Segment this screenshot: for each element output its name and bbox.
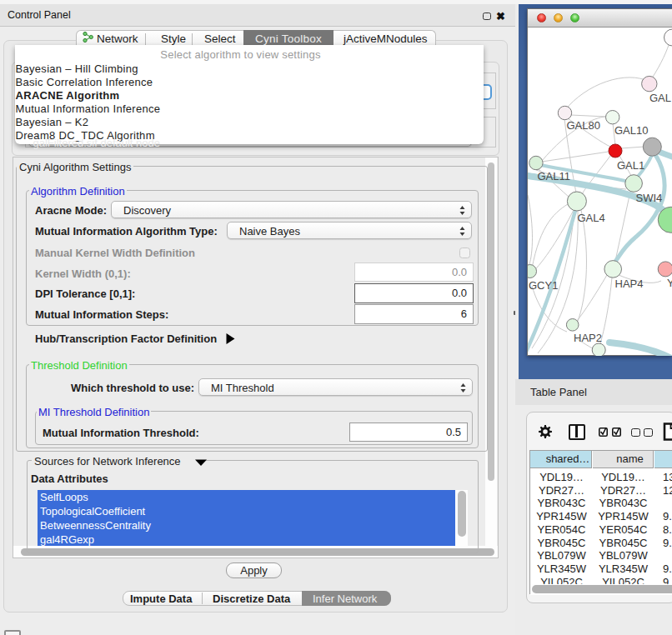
svg-text:GAL11: GAL11: [538, 170, 571, 182]
svg-text:HAP4: HAP4: [615, 278, 644, 290]
svg-text:GAL: GAL: [649, 92, 671, 104]
svg-text:GCY1: GCY1: [529, 279, 558, 292]
svg-text:GAL1: GAL1: [617, 159, 644, 172]
svg-text:GAL10: GAL10: [614, 124, 648, 137]
svg-text:HAP2: HAP2: [574, 332, 602, 344]
svg-text:Y: Y: [667, 277, 672, 289]
svg-text:SWI4: SWI4: [636, 192, 663, 204]
svg-text:GAL80: GAL80: [567, 119, 600, 132]
svg-text:GAL4: GAL4: [578, 212, 605, 224]
